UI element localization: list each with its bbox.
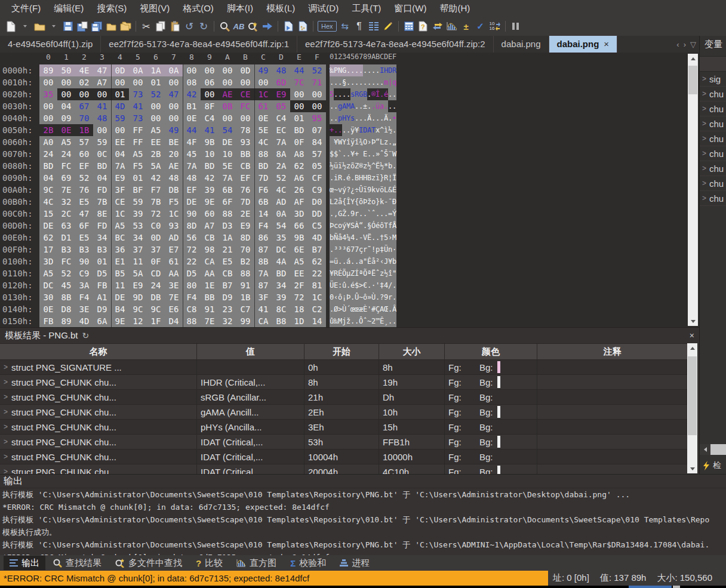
ascii-char[interactable]: Z (355, 160, 359, 172)
hex-byte[interactable]: D5 (183, 267, 201, 279)
expander-icon[interactable]: > (702, 119, 706, 128)
ascii-char[interactable]: . (355, 232, 359, 244)
tab-find-in-files[interactable]: 多文件中查找 (109, 556, 188, 570)
ascii-char[interactable]: B (355, 172, 359, 184)
hex-byte[interactable]: 7B (93, 196, 111, 208)
ascii-char[interactable]: 9 (367, 184, 371, 196)
hex-byte[interactable]: 4F (183, 136, 201, 148)
hex-byte[interactable]: 2B (39, 124, 57, 136)
tab-output[interactable]: 输出 (4, 556, 45, 570)
hex-byte[interactable]: 4A (272, 255, 290, 267)
hex-byte[interactable]: BD (201, 160, 219, 172)
ascii-char[interactable]: å (371, 255, 376, 267)
ascii-char[interactable]: ¥ (330, 267, 334, 279)
hex-byte[interactable]: 7E (201, 315, 219, 327)
hex-byte[interactable]: 56 (183, 232, 201, 244)
ascii-char[interactable]: 4 (384, 279, 388, 291)
ascii-char[interactable]: ? (346, 184, 350, 196)
hex-byte[interactable]: A7 (93, 76, 111, 88)
ascii-char[interactable]: ¿ (350, 184, 355, 196)
hex-byte[interactable]: 1F (147, 315, 165, 327)
hex-byte[interactable]: CA (201, 255, 219, 267)
calculator-button[interactable] (403, 19, 415, 34)
ascii-char[interactable]: . (355, 64, 359, 76)
highlight-button[interactable] (382, 19, 394, 34)
ascii-char[interactable]: . (376, 291, 380, 303)
ascii-char[interactable]: . (392, 315, 396, 327)
hex-byte[interactable]: 7D (236, 196, 254, 208)
ascii-char[interactable]: ' (376, 279, 380, 291)
scrollbar-track[interactable] (710, 444, 726, 455)
scroll-down-icon[interactable] (687, 464, 697, 473)
hex-byte[interactable]: 5E (254, 124, 272, 136)
hex-byte[interactable]: 00 (254, 76, 272, 88)
hex-byte[interactable]: 45 (183, 148, 201, 160)
hex-byte[interactable]: FC (57, 255, 75, 267)
ascii-char[interactable]: ‹ (380, 255, 384, 267)
ascii-char[interactable]: Y (346, 112, 350, 124)
hex-byte[interactable]: B7 (308, 244, 326, 255)
ascii-char[interactable]: Ä (384, 112, 388, 124)
hex-byte[interactable]: FD (93, 220, 111, 232)
ascii-char[interactable]: Û (359, 184, 363, 196)
refresh-icon[interactable]: ↻ (82, 331, 90, 340)
hex-byte[interactable]: E9 (272, 88, 290, 100)
ascii-char[interactable]: ‰ (334, 315, 338, 327)
save-button[interactable] (62, 19, 74, 34)
ascii-char[interactable]: Z (350, 267, 355, 279)
hex-byte[interactable]: A0 (39, 136, 57, 148)
hex-byte[interactable]: 0E (39, 303, 57, 315)
hex-byte[interactable]: 5E (219, 160, 236, 172)
hex-byte[interactable]: E9 (111, 172, 129, 184)
hex-byte[interactable]: A5 (39, 267, 57, 279)
hex-byte[interactable]: F5 (165, 196, 183, 208)
ascii-char[interactable]: ¥ (346, 220, 350, 232)
ascii-char[interactable]: v (376, 184, 380, 196)
hex-byte[interactable]: 0E (254, 112, 272, 124)
ascii-char[interactable]: . (392, 88, 396, 100)
hex-byte[interactable]: D4 (165, 315, 183, 327)
ascii-char[interactable] (359, 148, 363, 160)
ascii-char[interactable]: Í (355, 267, 359, 279)
save-all-button[interactable] (91, 19, 103, 34)
hex-byte[interactable]: 15 (39, 208, 57, 220)
hex-byte[interactable]: 99 (236, 315, 254, 327)
open-file-dropdown[interactable] (48, 19, 60, 34)
edit-as-button[interactable]: ⇆ (339, 19, 351, 34)
ascii-char[interactable]: J (384, 255, 388, 267)
ascii-char[interactable]: m (384, 76, 388, 88)
ascii-char[interactable]: A (367, 124, 371, 136)
hex-byte[interactable]: 3E (75, 303, 93, 315)
ascii-char[interactable]: . (359, 112, 363, 124)
ascii-char[interactable]: û (342, 279, 346, 291)
ascii-char[interactable]: . (388, 112, 392, 124)
ascii-char[interactable]: ô (363, 291, 367, 303)
hex-byte[interactable]: 22 (183, 255, 201, 267)
hex-byte[interactable]: 0A (165, 64, 183, 76)
hex-byte[interactable]: 95 (308, 112, 326, 124)
hex-byte[interactable]: 0F (147, 255, 165, 267)
goto-button[interactable] (262, 19, 273, 34)
ascii-char[interactable]: . (363, 112, 367, 124)
ascii-char[interactable]: | (388, 76, 392, 88)
document-tab[interactable]: dabai.png (494, 36, 549, 53)
ascii-char[interactable]: . (355, 100, 359, 112)
hex-byte[interactable]: FB (93, 279, 111, 291)
ascii-char[interactable]: ± (363, 100, 367, 112)
ascii-char[interactable]: B (367, 172, 371, 184)
expander-icon[interactable]: > (4, 393, 8, 401)
hex-byte[interactable]: E9 (236, 220, 254, 232)
hex-byte[interactable]: 00 (93, 88, 111, 100)
ascii-char[interactable]: ½ (367, 160, 371, 172)
hex-byte[interactable]: EC (272, 124, 290, 136)
scrollbar-thumb[interactable] (688, 66, 697, 94)
ascii-char[interactable]: . (346, 64, 350, 76)
ascii-char[interactable]: õ (359, 196, 363, 208)
ascii-char[interactable]: / (388, 279, 392, 291)
ascii-char[interactable]: ^ (380, 124, 384, 136)
hex-byte[interactable]: 17 (39, 244, 57, 255)
hex-byte[interactable]: 1C (165, 208, 183, 220)
ascii-char[interactable]: M (392, 232, 396, 244)
ascii-char[interactable]: . (334, 112, 338, 124)
hex-byte[interactable]: 11 (111, 279, 129, 291)
